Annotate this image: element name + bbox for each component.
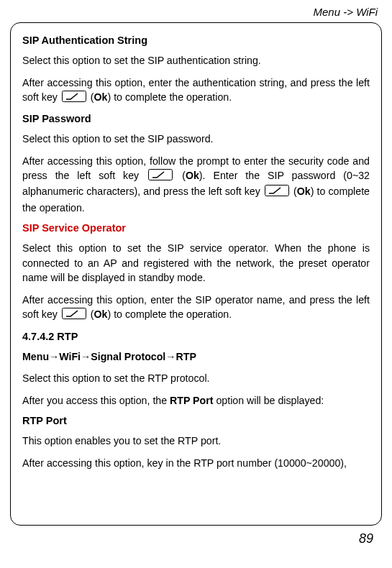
heading-rtp: 4.7.4.2 RTP [22,331,370,342]
text: option will be displayed: [213,395,324,406]
left-soft-key-icon [62,91,86,106]
nav-rtp: RTP [176,351,196,362]
para-sip-op-1: Select this option to set the SIP servic… [22,241,370,285]
para-sip-pw-2: After accessing this option, follow the … [22,154,370,215]
para-rtp-port-1: This option enables you to set the RTP p… [22,434,370,449]
para-rtp-port-2: After accessing this option, key in the … [22,456,370,471]
nav-wifi: WiFi [59,351,81,362]
para-sip-op-2: After accessing this option, enter the S… [22,293,370,324]
page-number: 89 [0,526,392,546]
rtp-port-bold: RTP Port [170,395,213,406]
para-sip-auth-2: After accessing this option, enter the a… [22,75,370,106]
arrow-icon: → [165,351,176,362]
heading-sip-operator: SIP Service Operator [22,222,370,234]
left-soft-key-icon [265,185,289,201]
breadcrumb: Menu -> WiFi [0,0,392,21]
ok-label: Ok [297,185,311,197]
para-rtp-1: Select this option to set the RTP protoc… [22,371,370,386]
left-soft-key-icon [148,169,173,185]
text: ) to complete the operation. [107,91,232,103]
nav-menu: Menu [22,351,49,362]
para-sip-auth-1: Select this option to set the SIP authen… [22,53,370,68]
heading-rtp-port: RTP Port [22,415,370,426]
arrow-icon: → [81,351,91,362]
heading-sip-password: SIP Password [22,113,370,124]
nav-path: Menu→WiFi→Signal Protocol→RTP [22,349,370,365]
para-sip-pw-1: Select this option to set the SIP passwo… [22,132,370,147]
left-soft-key-icon [62,308,86,324]
ok-label: Ok [94,308,108,320]
heading-sip-auth-string: SIP Authentication String [22,35,370,46]
text: ) to complete the operation. [107,308,232,320]
ok-label: Ok [186,170,199,181]
arrow-icon: → [49,351,59,362]
para-rtp-2: After you access this option, the RTP Po… [22,393,370,408]
nav-signal-protocol: Signal Protocol [91,351,165,362]
page-frame: SIP Authentication String Select this op… [10,22,382,526]
ok-label: Ok [94,91,108,103]
text: After you access this option, the [22,395,170,406]
